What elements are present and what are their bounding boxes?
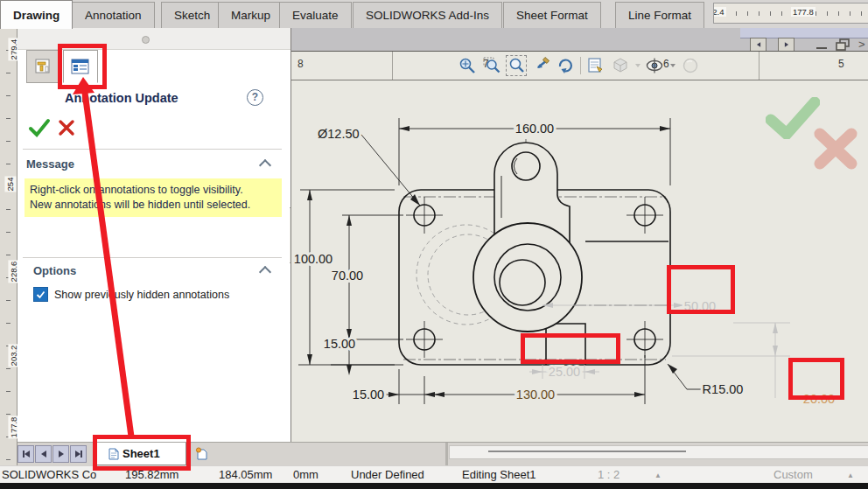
dim-hole-offset-h[interactable]: 15.00	[353, 388, 384, 402]
collapse-chevron-icon[interactable]	[259, 266, 271, 278]
tab-sketch[interactable]: Sketch	[161, 2, 223, 28]
ruler-label: 177.8	[791, 7, 816, 17]
first-sheet-button[interactable]	[18, 445, 34, 463]
tab-sheet-format[interactable]: Sheet Format	[503, 2, 601, 28]
tab-evaluate[interactable]: Evaluate	[279, 2, 352, 28]
scale-caret-icon[interactable]: ▲	[654, 472, 662, 479]
highlight-box-20	[788, 358, 844, 400]
status-editing: Editing Sheet1	[462, 468, 536, 481]
restore-window-icon[interactable]	[836, 38, 851, 51]
horizontal-scrollbar[interactable]	[449, 445, 868, 459]
zoom-in-out-icon[interactable]	[507, 56, 526, 75]
show-hidden-annotations-row: Show previously hidden annotations	[33, 287, 229, 302]
rotate-view-icon[interactable]	[556, 56, 575, 75]
status-coord-z: 0mm	[293, 468, 318, 481]
message-line: New annotations will be hidden until sel…	[30, 198, 276, 213]
tab-line-format[interactable]: Line Format	[615, 2, 704, 28]
message-box: Right-click on annotations to toggle vis…	[24, 178, 282, 217]
cancel-button[interactable]	[58, 119, 75, 136]
hide-show-items-icon[interactable]	[646, 56, 665, 75]
hide-show-caret-icon[interactable]	[670, 64, 676, 67]
heads-up-toolbar	[458, 53, 711, 78]
next-sheet-button[interactable]	[52, 445, 69, 463]
zoom-to-area-icon[interactable]	[482, 56, 501, 75]
vertical-ruler: 279.4 254 228.6 203.2 177.8	[0, 28, 18, 465]
status-units[interactable]: Custom	[774, 468, 813, 481]
tab-annotation[interactable]: Annotation	[72, 2, 155, 28]
zone-number-row: 8 7 6 5	[291, 52, 868, 80]
taskbar-edge	[0, 483, 868, 489]
zone-separator	[392, 52, 393, 80]
divider	[23, 257, 282, 258]
pane-splitter[interactable]	[445, 443, 448, 466]
status-coord-y: 184.05mm	[219, 468, 272, 481]
highlight-box-50	[667, 265, 735, 314]
previous-window-icon[interactable]	[750, 38, 766, 52]
options-section-header[interactable]: Options	[33, 264, 76, 277]
ruler-label: 52.4	[713, 7, 726, 17]
panel-title: Annotation Update	[65, 91, 178, 105]
message-line: Right-click on annotations to toggle vis…	[30, 183, 276, 198]
dim-overall-width[interactable]: 160.00	[515, 122, 554, 136]
check-icon	[36, 290, 46, 299]
sheet-format-icon[interactable]	[586, 56, 606, 75]
divider	[23, 149, 282, 150]
tab-markup[interactable]: Markup	[218, 2, 284, 28]
status-define-state: Under Defined	[351, 468, 424, 481]
drawing-viewport[interactable]: > 8 7 6 5	[290, 28, 868, 446]
display-style-caret-icon[interactable]	[635, 64, 640, 67]
drawing-view[interactable]: Ø12.50 160.00 100.00 70.00 15.00 15.00 1…	[291, 102, 868, 446]
tab-drawing[interactable]: Drawing	[0, 0, 73, 29]
panel-grip-dot	[142, 36, 150, 44]
zone-label: 5	[838, 58, 844, 70]
solidworks-window: Drawing Annotation Sketch Markup Evaluat…	[0, 0, 868, 489]
dim-hole-diameter[interactable]: Ø12.50	[318, 127, 360, 141]
help-icon[interactable]: ?	[247, 89, 263, 106]
units-caret-icon[interactable]: ▲	[847, 472, 854, 479]
next-window-icon[interactable]	[778, 38, 794, 52]
ok-button[interactable]	[28, 117, 51, 138]
property-manager-panel: Annotation Update ? Message Right-click …	[18, 28, 291, 442]
tab-feature-manager[interactable]	[26, 50, 61, 83]
dim-overall-height[interactable]: 100.00	[294, 252, 332, 266]
close-icon[interactable]: >	[858, 38, 865, 51]
minimize-icon[interactable]	[816, 47, 827, 49]
zone-separator	[759, 52, 760, 80]
message-section-header[interactable]: Message	[26, 157, 74, 171]
checkbox-label: Show previously hidden annotations	[54, 289, 229, 301]
toolbar-separator	[580, 57, 581, 74]
scrollbar-thumb[interactable]	[488, 451, 686, 452]
status-sheet-scale[interactable]: 1 : 2	[598, 468, 620, 481]
pan-view-icon[interactable]	[531, 56, 550, 75]
view-settings-icon[interactable]	[681, 56, 700, 75]
last-sheet-button[interactable]	[70, 445, 87, 463]
previous-sheet-button[interactable]	[35, 445, 52, 463]
horizontal-ruler: 52.4 177.8	[713, 3, 868, 24]
dim-hole-offset-v[interactable]: 15.00	[324, 337, 355, 351]
display-style-icon[interactable]	[611, 56, 630, 75]
zoom-to-fit-icon[interactable]	[458, 56, 477, 75]
show-hidden-annotations-checkbox[interactable]	[33, 287, 48, 302]
property-manager-icon	[35, 59, 52, 74]
dim-bottom-span[interactable]: 130.00	[516, 388, 555, 402]
ruler-label: 254	[4, 177, 16, 192]
highlight-box-panel-tab	[58, 44, 107, 89]
highlight-box-25	[521, 333, 620, 364]
dim-hole-span[interactable]: 70.00	[332, 269, 363, 283]
drawing-sheet[interactable]: 8 7 6 5	[291, 51, 868, 446]
add-sheet-icon[interactable]	[195, 447, 209, 461]
dim-hidden-bottom[interactable]: 25.00	[549, 365, 580, 379]
dim-corner-radius[interactable]: R15.00	[703, 382, 744, 396]
tab-addins[interactable]: SOLIDWORKS Add-Ins	[353, 2, 502, 28]
highlight-box-sheet1	[93, 435, 191, 471]
collapse-chevron-icon[interactable]	[259, 159, 271, 171]
zone-label: 8	[298, 58, 304, 70]
status-app-name: SOLIDWORKS Co...	[2, 468, 96, 481]
